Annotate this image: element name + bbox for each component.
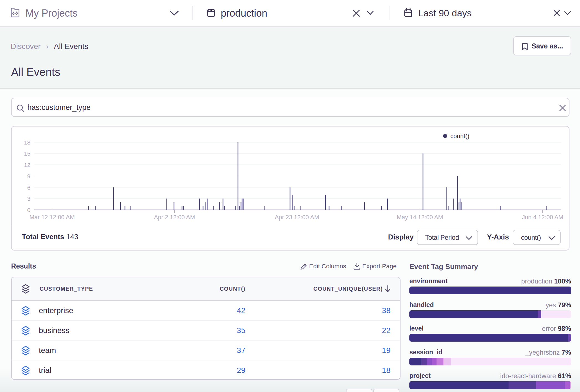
- svg-text:0: 0: [27, 207, 30, 213]
- svg-text:15: 15: [24, 150, 30, 157]
- svg-text:May 14 12:00 AM: May 14 12:00 AM: [397, 214, 443, 221]
- svg-text:6: 6: [27, 184, 30, 191]
- svg-text:12: 12: [24, 162, 30, 168]
- svg-text:18: 18: [24, 139, 30, 146]
- svg-text:Jun 4 12:00 AM: Jun 4 12:00 AM: [522, 214, 563, 221]
- svg-text:3: 3: [27, 195, 30, 202]
- svg-text:count(): count(): [450, 133, 469, 140]
- svg-text:Apr 23 12:00 AM: Apr 23 12:00 AM: [275, 214, 319, 221]
- svg-text:Apr 2 12:00 AM: Apr 2 12:00 AM: [154, 214, 195, 221]
- svg-text:9: 9: [27, 173, 30, 179]
- svg-text:Mar 12 12:00 AM: Mar 12 12:00 AM: [29, 214, 75, 221]
